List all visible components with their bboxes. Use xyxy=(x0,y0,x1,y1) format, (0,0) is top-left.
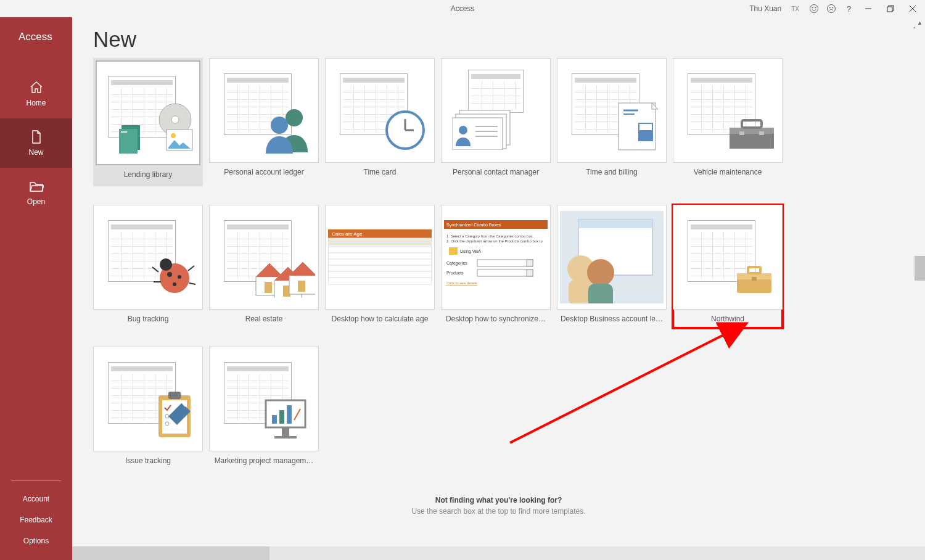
contact-card-icon xyxy=(452,107,514,150)
svg-point-19 xyxy=(286,109,303,126)
titlebar-right: Thu Xuan TX ? xyxy=(749,2,920,15)
svg-point-42 xyxy=(167,272,172,277)
svg-point-82 xyxy=(587,259,614,286)
title-bar: Access Thu Xuan TX ? xyxy=(0,0,925,17)
template-bug-tracking[interactable]: Bug tracking xyxy=(93,205,203,328)
footer-text: Not finding what you're looking for? Use… xyxy=(72,496,925,516)
restore-button[interactable] xyxy=(883,2,898,15)
presentation-chart-icon xyxy=(262,397,311,441)
svg-point-43 xyxy=(178,275,181,279)
template-issue-tracking[interactable]: Issue tracking xyxy=(93,347,203,470)
svg-rect-93 xyxy=(266,400,305,427)
biz-account-preview-icon xyxy=(560,211,664,303)
template-calc-age[interactable]: Calculate Age Desktop how to calculate a… xyxy=(325,205,435,328)
new-file-icon xyxy=(29,130,44,144)
svg-rect-18 xyxy=(121,131,127,133)
nav-open-label: Open xyxy=(27,197,45,206)
scroll-thumb[interactable] xyxy=(915,256,925,281)
template-thumb xyxy=(673,58,783,163)
template-thumb xyxy=(93,347,203,451)
template-label: Real estate xyxy=(209,310,319,328)
template-label: Vehicle maintenance xyxy=(673,163,783,181)
template-thumb xyxy=(209,347,319,451)
svg-rect-68 xyxy=(449,247,458,255)
link-options[interactable]: Options xyxy=(0,530,72,551)
template-sync-combo[interactable]: Synchronized Combo Boxes 1. Select a Cat… xyxy=(441,205,551,328)
close-button[interactable] xyxy=(905,2,920,15)
sidebar-separator xyxy=(11,480,61,481)
smile-feedback-icon[interactable] xyxy=(809,4,819,14)
svg-line-48 xyxy=(188,266,194,271)
template-marketing[interactable]: Marketing project managem… xyxy=(209,347,319,470)
nav-new[interactable]: New xyxy=(0,118,72,168)
template-time-billing[interactable]: Time and billing xyxy=(557,58,667,186)
svg-point-13 xyxy=(171,116,179,123)
titlebar-app-title: Access xyxy=(451,4,475,13)
template-thumb xyxy=(209,58,319,163)
briefcase-icon xyxy=(734,265,774,294)
template-northwind[interactable]: Northwind xyxy=(673,205,783,328)
svg-rect-79 xyxy=(578,220,652,228)
svg-point-15 xyxy=(171,133,176,138)
template-personal-contact[interactable]: Personal contact manager xyxy=(441,58,551,186)
minimize-button[interactable] xyxy=(861,2,876,15)
clipboard-checklist-icon xyxy=(155,390,194,440)
template-lending-library[interactable]: Lending library xyxy=(93,58,203,186)
template-label: Desktop how to calculate age xyxy=(325,310,435,328)
svg-text:Categories: Categories xyxy=(446,261,467,266)
scroll-track[interactable] xyxy=(915,28,925,550)
page-title: New xyxy=(93,27,904,52)
svg-point-45 xyxy=(160,258,172,271)
taskbar xyxy=(72,546,925,560)
svg-rect-40 xyxy=(759,131,764,135)
user-initials[interactable]: TX xyxy=(789,4,802,14)
app-name: Access xyxy=(0,17,72,43)
svg-rect-35 xyxy=(639,124,652,130)
picture-icon xyxy=(166,129,193,151)
link-account[interactable]: Account xyxy=(0,488,72,509)
nav-home[interactable]: Home xyxy=(0,69,72,118)
svg-point-20 xyxy=(271,117,288,134)
sidebar-bottom-links: Account Feedback Options xyxy=(0,480,72,560)
template-label: Desktop Business account le… xyxy=(557,310,667,328)
svg-rect-99 xyxy=(274,436,297,439)
svg-text:Calculate Age: Calculate Age xyxy=(332,231,363,237)
main-area: New Lending library xyxy=(72,17,925,560)
template-label: Northwind xyxy=(673,310,783,328)
taskbar-segment xyxy=(72,546,269,560)
template-thumb xyxy=(557,205,667,310)
template-real-estate[interactable]: Real estate xyxy=(209,205,319,328)
svg-text:?: ? xyxy=(847,4,851,13)
template-vehicle-maint[interactable]: Vehicle maintenance xyxy=(673,58,783,186)
scroll-up-button[interactable]: ▲ xyxy=(915,17,925,28)
template-thumb xyxy=(441,58,551,163)
template-label: Time card xyxy=(325,163,435,181)
svg-rect-71 xyxy=(477,260,533,266)
template-label: Personal contact manager xyxy=(441,163,551,181)
frown-feedback-icon[interactable] xyxy=(826,4,836,14)
svg-point-44 xyxy=(173,282,176,286)
nav-open[interactable]: Open xyxy=(0,168,72,217)
template-label: Time and billing xyxy=(557,163,667,181)
template-label: Marketing project managem… xyxy=(209,451,319,470)
book-icon xyxy=(119,123,145,154)
template-label: Desktop how to synchronize… xyxy=(441,310,551,328)
template-time-card[interactable]: Time card xyxy=(325,58,435,186)
svg-text:2. Click the dropdown arrow on: 2. Click the dropdown arrow on the Produ… xyxy=(446,239,543,243)
template-biz-account[interactable]: Desktop Business account le… xyxy=(557,205,667,328)
footer-line1: Not finding what you're looking for? xyxy=(72,496,925,504)
vertical-scrollbar[interactable]: ▲ ▼ xyxy=(915,17,925,560)
help-icon[interactable]: ? xyxy=(844,4,853,14)
link-feedback[interactable]: Feedback xyxy=(0,509,72,530)
template-thumb xyxy=(325,58,435,163)
user-name[interactable]: Thu Xuan xyxy=(749,4,781,13)
nav: Home New Open xyxy=(0,69,72,217)
svg-line-46 xyxy=(152,267,158,272)
sidebar: Access Home New Open Account Feedback Op… xyxy=(0,17,72,560)
svg-rect-39 xyxy=(739,131,744,135)
template-thumb xyxy=(673,205,783,310)
template-personal-ledger[interactable]: Personal account ledger xyxy=(209,58,319,186)
svg-rect-72 xyxy=(527,260,533,266)
svg-rect-75 xyxy=(527,270,533,276)
calc-age-preview-icon: Calculate Age xyxy=(328,229,432,285)
